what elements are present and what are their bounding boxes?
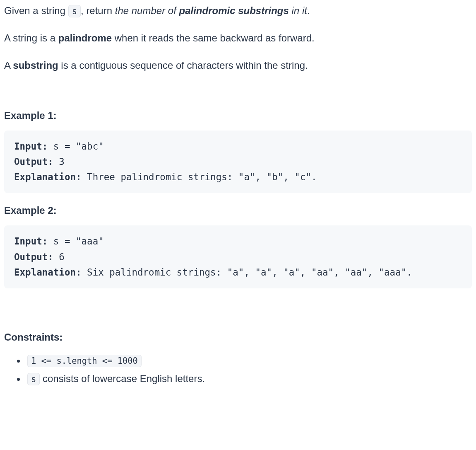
list-item: 1 <= s.length <= 1000: [26, 353, 472, 368]
text: when it reads the same backward as forwa…: [112, 32, 315, 44]
input-label: Input:: [14, 236, 48, 247]
explanation-value: Three palindromic strings: "a", "b", "c"…: [82, 172, 317, 182]
text: is a contiguous sequence of characters w…: [58, 60, 308, 71]
text: A: [4, 60, 13, 71]
em-text: the number of palindromic substrings in …: [115, 5, 307, 16]
explanation-label: Explanation:: [14, 267, 82, 278]
strong-text: substring: [13, 60, 58, 71]
output-value: 6: [53, 252, 65, 262]
problem-paragraph-1: Given a string s, return the number of p…: [4, 3, 472, 18]
text: .: [307, 5, 310, 16]
example-1-block: Input: s = "abc" Output: 3 Explanation: …: [4, 131, 472, 193]
strong-text: palindrome: [58, 32, 112, 44]
text: , return: [81, 5, 115, 16]
output-label: Output:: [14, 252, 53, 262]
example-2-block: Input: s = "aaa" Output: 6 Explanation: …: [4, 225, 472, 288]
problem-paragraph-3: A substring is a contiguous sequence of …: [4, 58, 472, 73]
problem-paragraph-2: A string is a palindrome when it reads t…: [4, 31, 472, 46]
output-label: Output:: [14, 156, 53, 167]
example-1-heading: Example 1:: [4, 108, 472, 123]
constraints-heading: Constraints:: [4, 330, 472, 345]
constraint-code: 1 <= s.length <= 1000: [27, 355, 142, 367]
example-2-heading: Example 2:: [4, 203, 472, 218]
inline-code-s: s: [68, 5, 81, 17]
text: Given a string: [4, 5, 68, 16]
input-label: Input:: [14, 141, 48, 152]
output-value: 3: [53, 156, 65, 167]
text: A string is a: [4, 32, 58, 44]
list-item: s consists of lowercase English letters.: [26, 371, 472, 386]
input-value: s = "abc": [48, 141, 103, 152]
constraint-code: s: [27, 373, 40, 385]
constraints-list: 1 <= s.length <= 1000 s consists of lowe…: [4, 353, 472, 386]
explanation-value: Six palindromic strings: "a", "a", "a", …: [82, 267, 412, 278]
input-value: s = "aaa": [48, 236, 103, 247]
constraint-text: consists of lowercase English letters.: [40, 373, 205, 384]
explanation-label: Explanation:: [14, 172, 82, 182]
